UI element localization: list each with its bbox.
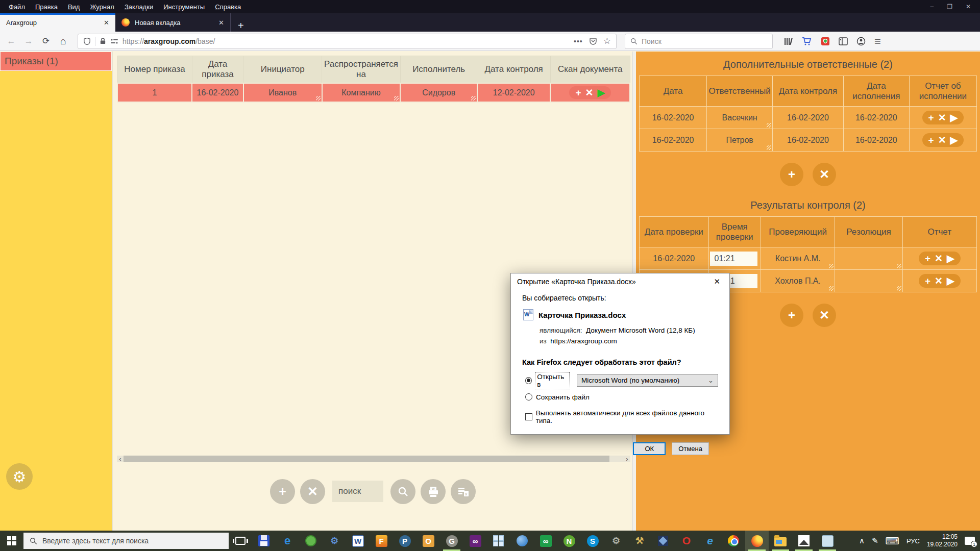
taskbar-item-save[interactable] bbox=[252, 531, 276, 551]
hamburger-menu-icon[interactable]: ≡ bbox=[874, 35, 881, 48]
delete-report-icon[interactable]: ✕ bbox=[935, 276, 943, 286]
order-number-cell[interactable]: 1 bbox=[117, 83, 192, 102]
forward-icon[interactable]: → bbox=[21, 34, 36, 48]
taskbar-item-virtualbox[interactable] bbox=[651, 531, 675, 551]
date-cell[interactable]: 16-02-2020 bbox=[640, 107, 707, 129]
url-text[interactable]: https://araxgroup.com/base/ bbox=[122, 37, 570, 45]
control-date-cell[interactable]: 16-02-2020 bbox=[773, 129, 844, 152]
delete-scan-icon[interactable]: ✕ bbox=[585, 88, 594, 97]
library-icon[interactable] bbox=[784, 37, 793, 45]
open-report-icon[interactable]: ▶ bbox=[947, 276, 954, 286]
minimize-icon[interactable]: – bbox=[930, 3, 934, 10]
order-row[interactable]: 1 16-02-2020 Иванов Компанию Сидоров 12-… bbox=[117, 83, 630, 102]
auto-open-label[interactable]: Выполнять автоматически для всех файлов … bbox=[536, 409, 718, 424]
orders-search-input[interactable] bbox=[332, 481, 383, 502]
bookmark-star-icon[interactable]: ☆ bbox=[603, 36, 611, 46]
checker-cell[interactable]: Хохлов П.А. bbox=[761, 270, 835, 292]
taskbar-item-iis[interactable] bbox=[510, 531, 534, 551]
control-row[interactable]: 16-02-2020 01:21 Костин А.М. + ✕ ▶ bbox=[640, 247, 977, 270]
responsible-row[interactable]: 16-02-2020 Петров 16-02-2020 16-02-2020 … bbox=[640, 129, 977, 152]
taskbar-item-build-tool[interactable]: ⚒ bbox=[628, 531, 651, 551]
sidebar-item-orders[interactable]: Приказы (1) bbox=[0, 52, 112, 71]
menu-history[interactable]: Журнал bbox=[85, 2, 118, 12]
tab-close-icon[interactable]: ✕ bbox=[104, 19, 109, 27]
taskbar-item-skype[interactable]: S bbox=[581, 531, 604, 551]
add-report-icon[interactable]: + bbox=[925, 276, 930, 286]
action-center-icon[interactable]: 1 bbox=[965, 537, 975, 545]
menu-edit[interactable]: Правка bbox=[31, 2, 62, 12]
horizontal-scrollbar[interactable]: ‹ › bbox=[117, 456, 630, 462]
taskbar-search[interactable]: Введите здесь текст для поиска bbox=[23, 533, 229, 549]
page-actions-icon[interactable]: ••• bbox=[574, 37, 583, 45]
order-date-cell[interactable]: 16-02-2020 bbox=[192, 83, 243, 102]
cart-icon[interactable] bbox=[802, 37, 812, 46]
menu-help[interactable]: Справка bbox=[210, 2, 246, 12]
taskbar-item-explorer[interactable] bbox=[769, 531, 792, 551]
taskbar-item-gimp[interactable]: G bbox=[440, 531, 463, 551]
browser-search-bar[interactable]: Поиск bbox=[625, 34, 773, 49]
task-view-button[interactable] bbox=[229, 531, 252, 551]
delete-order-button[interactable]: ✕ bbox=[300, 479, 325, 504]
delete-responsible-button[interactable]: ✕ bbox=[813, 163, 836, 186]
close-window-icon[interactable]: ✕ bbox=[966, 3, 971, 10]
initiator-cell[interactable]: Иванов bbox=[243, 83, 322, 102]
extension-shield-icon[interactable] bbox=[821, 37, 830, 46]
taskbar-item-android-studio[interactable] bbox=[299, 531, 323, 551]
open-report-icon[interactable]: ▶ bbox=[950, 113, 958, 122]
taskbar-item-notepad[interactable] bbox=[816, 531, 839, 551]
taskbar-item-internet-explorer[interactable]: e bbox=[698, 531, 722, 551]
pen-icon[interactable]: ✎ bbox=[872, 536, 878, 545]
taskbar-item-settings[interactable]: ⚙ bbox=[323, 531, 346, 551]
executor-cell[interactable]: Сидоров bbox=[400, 83, 477, 102]
search-orders-button[interactable] bbox=[390, 479, 415, 504]
permissions-icon[interactable] bbox=[110, 38, 118, 45]
save-file-radio[interactable] bbox=[525, 393, 532, 400]
settings-gear-button[interactable]: ⚙ bbox=[6, 463, 33, 490]
taskbar-clock[interactable]: 12:05 19.02.2020 bbox=[927, 533, 958, 548]
lock-icon[interactable] bbox=[100, 37, 106, 45]
add-scan-icon[interactable]: + bbox=[575, 88, 581, 97]
control-date-cell[interactable]: 16-02-2020 bbox=[773, 107, 844, 129]
checker-cell[interactable]: Костин А.М. bbox=[761, 247, 835, 270]
tracking-shield-icon[interactable] bbox=[83, 37, 91, 45]
resolution-cell[interactable] bbox=[835, 270, 902, 292]
ok-button[interactable]: ОК bbox=[633, 442, 666, 455]
touch-keyboard-icon[interactable]: ⌨ bbox=[885, 535, 899, 547]
taskbar-item-fox-app[interactable]: F bbox=[370, 531, 393, 551]
taskbar-item-opera[interactable]: O bbox=[675, 531, 698, 551]
delete-report-icon[interactable]: ✕ bbox=[935, 254, 943, 263]
taskbar-item-vs-code-green[interactable]: ∞ bbox=[534, 531, 557, 551]
tab-new-tab[interactable]: Новая вкладка ✕ bbox=[115, 13, 231, 32]
dialog-close-icon[interactable]: ✕ bbox=[709, 276, 724, 287]
scroll-right-icon[interactable]: › bbox=[624, 456, 630, 462]
scrollbar-thumb[interactable] bbox=[124, 456, 609, 462]
responsible-cell[interactable]: Васечкин bbox=[707, 107, 773, 129]
add-report-icon[interactable]: + bbox=[928, 113, 934, 122]
save-file-label[interactable]: Сохранить файл bbox=[536, 393, 590, 401]
menu-tools[interactable]: Инструменты bbox=[159, 2, 209, 12]
pocket-icon[interactable] bbox=[589, 37, 597, 45]
taskbar-item-utility[interactable]: ⚙ bbox=[604, 531, 628, 551]
export-excel-button[interactable]: x bbox=[451, 479, 476, 504]
dialog-titlebar[interactable]: Открытие «Карточка Приказа.docx» ✕ bbox=[511, 273, 729, 290]
check-date-cell[interactable]: 16-02-2020 bbox=[640, 247, 709, 270]
taskbar-item-outlook[interactable]: O bbox=[416, 531, 440, 551]
done-date-cell[interactable]: 16-02-2020 bbox=[843, 129, 909, 152]
home-icon[interactable]: ⌂ bbox=[56, 34, 70, 48]
open-with-radio[interactable] bbox=[525, 377, 532, 384]
delete-report-icon[interactable]: ✕ bbox=[938, 135, 946, 145]
open-with-label[interactable]: Открыть в bbox=[535, 372, 569, 389]
auto-open-checkbox[interactable] bbox=[525, 413, 532, 420]
add-order-button[interactable]: + bbox=[270, 479, 295, 504]
maximize-icon[interactable]: ❐ bbox=[947, 3, 952, 10]
open-with-select[interactable]: Microsoft Word (по умолчанию) ⌄ bbox=[577, 374, 718, 387]
applies-to-cell[interactable]: Компанию bbox=[322, 83, 401, 102]
taskbar-item-navicat[interactable]: N bbox=[557, 531, 581, 551]
account-icon[interactable] bbox=[856, 37, 866, 46]
add-control-button[interactable]: + bbox=[780, 304, 803, 327]
delete-report-icon[interactable]: ✕ bbox=[938, 113, 946, 122]
url-bar[interactable]: https://araxgroup.com/base/ ••• ☆ bbox=[78, 34, 617, 49]
taskbar-item-edge[interactable]: e bbox=[276, 531, 299, 551]
new-tab-button[interactable]: + bbox=[231, 20, 251, 32]
responsible-row[interactable]: 16-02-2020 Васечкин 16-02-2020 16-02-202… bbox=[640, 107, 977, 129]
